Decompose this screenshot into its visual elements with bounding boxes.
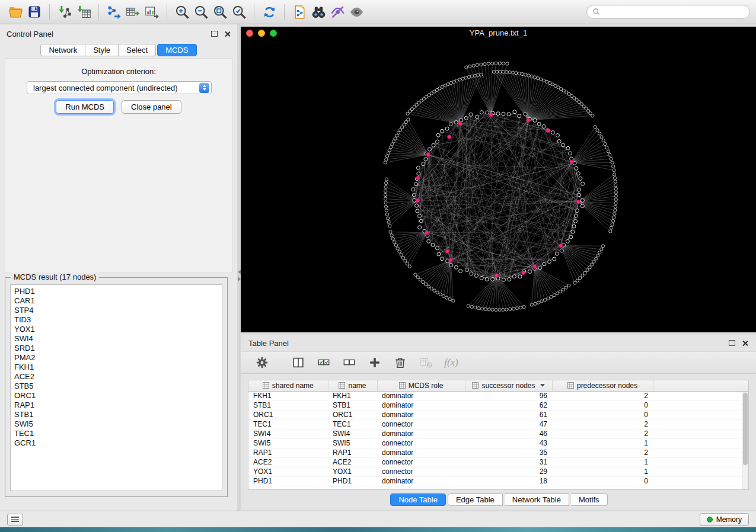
show-columns-button[interactable]	[290, 354, 307, 371]
control-panel-tab-bar: Network Style Select MCDS	[0, 44, 237, 56]
column-header-successor-nodes[interactable]: successor nodes	[465, 380, 552, 391]
window-minimize-button[interactable]	[258, 30, 265, 37]
close-panel-button[interactable]: Close panel	[122, 100, 181, 114]
search-icon	[592, 8, 601, 16]
table-settings-button[interactable]	[254, 354, 270, 371]
export-network-button[interactable]	[104, 2, 123, 21]
result-list-item[interactable]: SWI5	[14, 419, 218, 429]
cell-predecessors: 2	[552, 429, 653, 438]
result-list-item[interactable]: PMA2	[14, 353, 218, 363]
toolbar-search-box[interactable]	[586, 5, 750, 19]
result-list-item[interactable]: PHD1	[14, 287, 218, 296]
window-zoom-button[interactable]	[270, 30, 277, 37]
tab-motifs[interactable]: Motifs	[571, 493, 608, 506]
memory-button[interactable]: Memory	[700, 513, 749, 526]
table-panel: Table Panel	[241, 335, 756, 509]
tab-select[interactable]: Select	[119, 44, 156, 56]
tab-network[interactable]: Network	[40, 44, 85, 56]
import-network-button[interactable]	[55, 2, 74, 21]
result-list-item[interactable]: STB1	[14, 410, 218, 419]
result-list-item[interactable]: ACE2	[14, 372, 218, 382]
result-list-item[interactable]: SRD1	[14, 344, 218, 353]
table-scrollbar[interactable]	[742, 392, 748, 489]
add-column-button[interactable]	[366, 354, 383, 371]
result-list-item[interactable]: FKH1	[14, 363, 218, 372]
export-image-button[interactable]	[142, 2, 161, 21]
cell-predecessors: 0	[552, 410, 653, 419]
float-table-panel-icon[interactable]	[729, 340, 735, 346]
cell-successors: 62	[465, 400, 552, 410]
zoom-in-button[interactable]	[173, 2, 192, 21]
cell-predecessors: 0	[552, 476, 653, 486]
result-list-item[interactable]: GCR1	[14, 438, 218, 448]
delete-table-button[interactable]	[417, 354, 434, 371]
collapse-left-icon[interactable]	[238, 270, 241, 274]
analyzer-toggle-button[interactable]	[328, 2, 347, 21]
task-history-button[interactable]	[7, 514, 23, 525]
column-header-predecessor-nodes[interactable]: predecessor nodes	[552, 380, 653, 391]
result-list-item[interactable]: ORC1	[14, 391, 218, 400]
result-list-item[interactable]: SWI4	[14, 334, 218, 344]
result-list-item[interactable]: TEC1	[14, 429, 218, 438]
import-table-button[interactable]	[74, 2, 93, 21]
select-all-button[interactable]	[315, 354, 332, 371]
cell-name: SWI5	[328, 438, 377, 448]
table-row[interactable]: TEC1TEC1connector472	[248, 419, 748, 429]
table-scrollbar-thumb[interactable]	[743, 393, 748, 465]
table-row[interactable]: SWI4SWI4dominator462	[248, 429, 748, 438]
search-input[interactable]	[604, 8, 744, 16]
result-list-item[interactable]: STB5	[14, 382, 218, 391]
delete-column-button[interactable]	[392, 354, 409, 371]
result-list-item[interactable]: YOX1	[14, 325, 218, 334]
tab-node-table[interactable]: Node Table	[390, 493, 446, 506]
table-row[interactable]: RAP1RAP1dominator352	[248, 448, 748, 457]
cell-role: dominator	[377, 476, 465, 486]
save-session-button[interactable]	[25, 2, 44, 21]
function-builder-button[interactable]: f(x)	[443, 354, 460, 371]
column-header-mcds-role[interactable]: MCDS role	[377, 380, 465, 391]
table-row[interactable]: YOX1YOX1connector291	[248, 467, 748, 476]
cell-shared-name: ORC1	[248, 410, 328, 419]
zoom-out-button[interactable]	[192, 2, 210, 21]
column-header-shared-name[interactable]: shared name	[248, 380, 328, 391]
column-header-name[interactable]: name	[328, 380, 377, 391]
close-table-panel-icon[interactable]	[742, 340, 748, 347]
zoom-fit-button[interactable]	[210, 2, 229, 21]
criterion-dropdown[interactable]: largest connected component (undirected)	[27, 81, 212, 94]
result-list-item[interactable]: RAP1	[14, 400, 218, 410]
table-row[interactable]: ORC1ORC1dominator610	[248, 410, 748, 419]
result-list-item[interactable]: STP4	[14, 306, 218, 315]
show-hide-button[interactable]	[347, 2, 366, 21]
tab-edge-table[interactable]: Edge Table	[448, 493, 503, 506]
memory-label: Memory	[716, 515, 742, 524]
table-row[interactable]: ACE2ACE2connector311	[248, 457, 748, 467]
tab-network-table[interactable]: Network Table	[505, 493, 569, 506]
column-label: MCDS role	[409, 382, 444, 390]
float-panel-icon[interactable]	[211, 31, 218, 37]
refresh-button[interactable]	[260, 2, 279, 21]
search-network-button[interactable]	[309, 2, 328, 21]
table-row[interactable]: FKH1FKH1dominator962	[248, 391, 748, 400]
collapse-right-icon[interactable]	[238, 277, 241, 281]
deselect-all-button[interactable]	[341, 354, 358, 371]
table-row[interactable]: SWI5SWI5connector431	[248, 438, 748, 448]
tab-mcds[interactable]: MCDS	[157, 44, 196, 56]
table-row[interactable]: PHD1PHD1dominator180	[248, 476, 748, 486]
close-panel-icon[interactable]	[224, 31, 231, 37]
export-table-button[interactable]	[123, 2, 142, 21]
memory-status-icon	[707, 517, 713, 523]
share-document-button[interactable]	[290, 2, 309, 21]
cell-role: dominator	[377, 429, 465, 438]
run-mcds-button[interactable]: Run MCDS	[56, 100, 114, 114]
result-list-item[interactable]: CAR1	[14, 296, 218, 306]
network-graph[interactable]	[241, 39, 756, 332]
tab-style[interactable]: Style	[85, 44, 119, 56]
column-label: predecessor nodes	[577, 382, 637, 390]
zoom-in-icon	[174, 4, 190, 20]
cell-name: YOX1	[328, 467, 377, 476]
window-close-button[interactable]	[246, 30, 253, 37]
table-row[interactable]: STB1STB1dominator620	[248, 400, 748, 410]
zoom-selected-button[interactable]	[229, 2, 248, 21]
open-session-button[interactable]	[6, 2, 25, 21]
result-list-item[interactable]: TID3	[14, 315, 218, 325]
